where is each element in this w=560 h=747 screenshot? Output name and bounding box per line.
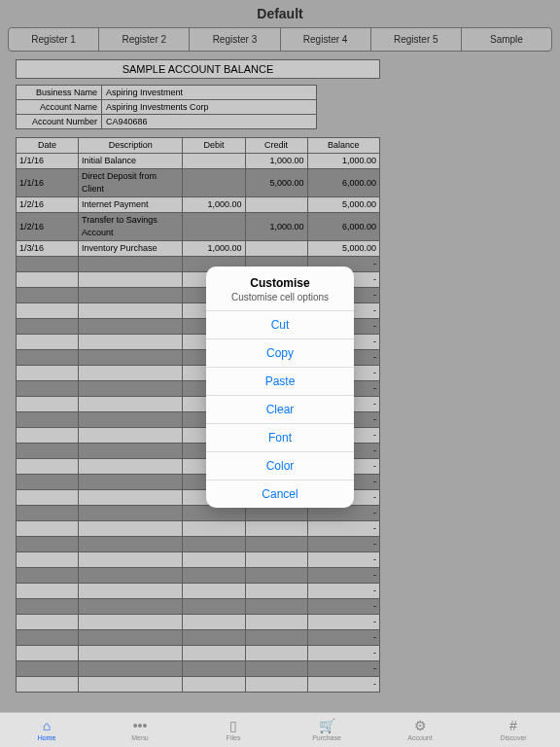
customise-modal: Customise Customise cell options CutCopy… bbox=[206, 267, 354, 508]
nav-label: Menu bbox=[131, 734, 149, 741]
modal-title: Customise bbox=[214, 276, 346, 290]
modal-subtitle: Customise cell options bbox=[214, 292, 346, 302]
files-icon: ▯ bbox=[229, 719, 237, 734]
nav-label: Files bbox=[227, 734, 241, 741]
bottom-bar: ⌂Home•••Menu▯Files🛒Purchase⚙Account#Disc… bbox=[0, 712, 560, 747]
nav-label: Home bbox=[38, 734, 56, 741]
nav-label: Discover bbox=[500, 734, 526, 741]
clear-button[interactable]: Clear bbox=[206, 395, 354, 423]
cut-button[interactable]: Cut bbox=[206, 310, 354, 338]
discover-icon: # bbox=[509, 719, 517, 734]
home-icon: ⌂ bbox=[43, 719, 51, 734]
cancel-button[interactable]: Cancel bbox=[206, 480, 354, 508]
nav-files[interactable]: ▯Files bbox=[187, 713, 280, 747]
nav-label: Account bbox=[407, 734, 432, 741]
font-button[interactable]: Font bbox=[206, 423, 354, 451]
nav-menu[interactable]: •••Menu bbox=[93, 713, 187, 747]
copy-button[interactable]: Copy bbox=[206, 338, 354, 367]
purchase-icon: 🛒 bbox=[319, 719, 335, 734]
nav-discover[interactable]: #Discover bbox=[467, 713, 560, 747]
account-icon: ⚙ bbox=[414, 719, 427, 734]
nav-purchase[interactable]: 🛒Purchase bbox=[280, 713, 373, 747]
nav-label: Purchase bbox=[312, 734, 341, 741]
nav-account[interactable]: ⚙Account bbox=[373, 713, 467, 747]
menu-icon: ••• bbox=[133, 719, 148, 734]
paste-button[interactable]: Paste bbox=[206, 367, 354, 395]
nav-home[interactable]: ⌂Home bbox=[0, 713, 93, 747]
color-button[interactable]: Color bbox=[206, 451, 354, 480]
